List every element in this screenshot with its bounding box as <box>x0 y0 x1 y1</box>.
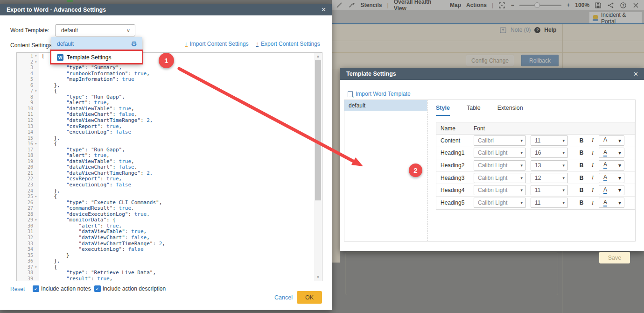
italic-button[interactable]: I <box>587 137 599 144</box>
include-action-description-checkbox[interactable]: ✓ <box>94 285 101 292</box>
italic-button[interactable]: I <box>587 149 599 156</box>
line-number: 20 <box>28 164 33 171</box>
line-number: 8 <box>30 94 33 100</box>
tab-table[interactable]: Table <box>467 105 481 116</box>
cancel-button[interactable]: Cancel <box>274 294 293 301</box>
font-size-select[interactable]: 11▾ <box>531 198 568 208</box>
font-family-select-value: Calibri <box>478 137 494 144</box>
font-color-picker[interactable]: A▾ <box>599 173 624 183</box>
code-text: { <box>39 141 57 147</box>
scroll-down-icon[interactable]: ▼ <box>314 274 322 281</box>
line-number: 16 <box>28 141 33 147</box>
line-number: 10 <box>28 106 33 112</box>
font-color-picker[interactable]: A▾ <box>599 198 624 208</box>
font-color-picker[interactable]: A▾ <box>599 148 624 158</box>
line-number: 25 <box>28 194 33 200</box>
line-number-gutter: 24 <box>17 188 39 194</box>
line-number: 19 <box>28 159 33 165</box>
ok-button[interactable]: OK <box>297 291 322 304</box>
code-line: 16▾ { <box>17 141 314 147</box>
close-icon[interactable]: ✕ <box>633 71 638 78</box>
font-family-select[interactable]: Calibri▾ <box>474 135 526 146</box>
line-number: 9 <box>30 100 33 106</box>
font-size-select[interactable]: 12▾ <box>531 173 568 183</box>
tab-style[interactable]: Style <box>436 105 450 116</box>
font-size-select-value: 16 <box>535 149 541 156</box>
scrollbar-thumb[interactable] <box>315 60 321 200</box>
tab-extension[interactable]: Extension <box>497 105 523 116</box>
font-size-select-value: 11 <box>535 137 540 144</box>
line-number-gutter: 3 <box>17 65 39 71</box>
font-size-select[interactable]: 11▾ <box>531 185 568 195</box>
chevron-down-icon: ▾ <box>562 176 565 180</box>
scroll-up-icon[interactable]: ▲ <box>314 53 322 60</box>
bold-button[interactable]: B <box>576 175 587 181</box>
close-icon[interactable]: ✕ <box>321 6 326 13</box>
line-number: 32 <box>28 235 33 241</box>
bold-button[interactable]: B <box>576 149 587 156</box>
word-template-value: default <box>61 27 78 34</box>
content-settings-code-editor[interactable]: 1▾[2▾ {3 "type": "Summary",4 "runbookInf… <box>16 52 322 281</box>
word-template-select[interactable]: default ∨ <box>55 24 135 36</box>
font-family-select[interactable]: Calibri Light▾ <box>474 160 526 171</box>
bold-button[interactable]: B <box>576 162 587 169</box>
font-color-picker[interactable]: A▾ <box>599 135 624 146</box>
fold-arrow-icon[interactable]: ▾ <box>33 264 39 270</box>
code-line: 29▾ "monitorData": { <box>17 217 314 223</box>
column-header-font: Font <box>474 125 485 132</box>
chevron-down-icon: ▾ <box>520 176 523 180</box>
font-family-select[interactable]: Calibri Light▾ <box>474 148 526 158</box>
include-action-notes-checkbox[interactable]: ✓ <box>33 285 39 292</box>
line-number: 14 <box>28 129 33 135</box>
line-number-gutter: 21 <box>17 171 39 177</box>
line-number: 24 <box>28 188 33 194</box>
chevron-down-icon: ▾ <box>618 149 621 156</box>
line-number: 38 <box>28 270 33 276</box>
bold-button[interactable]: B <box>576 187 587 193</box>
fold-arrow-icon[interactable]: ▾ <box>33 217 39 223</box>
italic-button[interactable]: I <box>587 162 599 169</box>
font-family-select-value: Calibri Light <box>478 187 507 193</box>
fold-arrow-icon[interactable]: ▾ <box>33 88 39 94</box>
font-family-select[interactable]: Calibri Light▾ <box>474 185 526 195</box>
import-content-settings-label: Import Content Settings <box>190 41 249 47</box>
font-family-select[interactable]: Calibri Light▾ <box>474 173 526 183</box>
style-row-heading4: Heading4Calibri Light▾11▾BIA▾ <box>436 184 635 197</box>
style-row-content: ContentCalibri▾11▾BIA▾ <box>436 135 635 147</box>
italic-button[interactable]: I <box>587 174 599 181</box>
font-family-select[interactable]: Calibri Light▾ <box>474 198 526 208</box>
line-number: 30 <box>28 223 33 229</box>
fold-arrow-icon[interactable]: ▾ <box>33 53 39 59</box>
italic-button[interactable]: I <box>587 199 599 206</box>
line-number: 3 <box>30 65 33 71</box>
dropdown-item-default[interactable]: default ⚙ <box>51 37 142 50</box>
import-content-settings-link[interactable]: ↓ Import Content Settings <box>185 41 249 47</box>
font-color-picker[interactable]: A▾ <box>599 185 624 195</box>
export-content-settings-link[interactable]: ↑ Export Content Settings <box>256 41 320 47</box>
font-color-picker[interactable]: A▾ <box>599 160 624 171</box>
export-to-word-dialog: Export to Word - Advanced Settings ✕ Wor… <box>0 4 332 310</box>
reset-link[interactable]: Reset <box>10 286 25 292</box>
bold-button[interactable]: B <box>576 137 587 144</box>
template-dialog-header: Template Settings ✕ <box>340 68 644 80</box>
import-word-template-link[interactable]: ↓ Import Word Template <box>348 91 411 97</box>
line-number-gutter: 25▾ <box>17 194 39 200</box>
line-number-gutter: 31 <box>17 229 39 235</box>
save-button[interactable]: Save <box>599 252 630 263</box>
bold-button[interactable]: B <box>576 199 587 206</box>
chevron-down-icon: ▾ <box>618 199 621 206</box>
fold-arrow-icon[interactable]: ▾ <box>33 141 39 147</box>
font-color-a-icon: A <box>603 199 607 206</box>
fold-arrow-icon[interactable]: ▾ <box>33 194 39 200</box>
editor-scrollbar[interactable]: ▲ ▼ <box>314 53 322 281</box>
font-size-select[interactable]: 11▾ <box>531 135 568 146</box>
line-number: 31 <box>28 229 33 235</box>
column-header-name: Name <box>436 125 474 132</box>
font-size-select[interactable]: 13▾ <box>531 160 568 171</box>
font-size-select[interactable]: 16▾ <box>531 148 568 158</box>
fold-arrow-icon[interactable]: ▾ <box>33 59 39 65</box>
template-list-item-default[interactable]: default <box>344 100 427 111</box>
italic-button[interactable]: I <box>587 187 599 194</box>
gear-icon[interactable]: ⚙ <box>131 40 137 48</box>
style-name-label: Heading1 <box>436 149 474 156</box>
